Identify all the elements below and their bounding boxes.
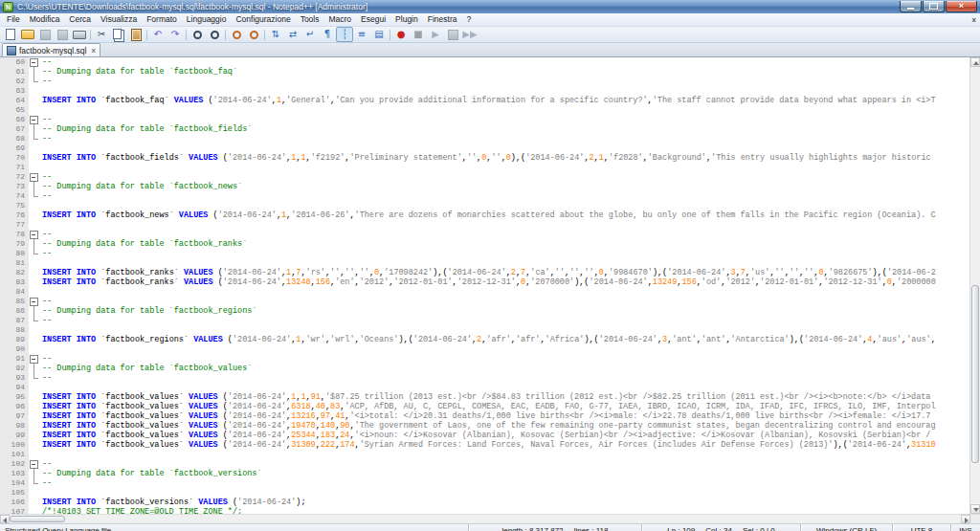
code-text[interactable]: -- bbox=[39, 249, 970, 258]
tab-close-icon[interactable]: x bbox=[91, 47, 95, 55]
editor[interactable]: 60--61-- Dumping data for table `factboo… bbox=[0, 57, 980, 514]
paste-icon[interactable] bbox=[127, 27, 145, 42]
sync-vertical-scroll-icon[interactable]: ⇅ bbox=[267, 27, 284, 42]
menu-item-cerca[interactable]: Cerca bbox=[64, 13, 96, 26]
code-text[interactable] bbox=[39, 144, 970, 153]
code-text[interactable] bbox=[39, 201, 970, 210]
horizontal-scroll-track[interactable] bbox=[10, 515, 961, 523]
save-macro-icon[interactable] bbox=[444, 27, 461, 42]
menu-item-file[interactable]: File bbox=[2, 13, 25, 26]
menu-item-plugin[interactable]: Plugin bbox=[390, 13, 423, 26]
menu-item-finestra[interactable]: Finestra bbox=[423, 13, 462, 26]
code-text[interactable]: -- bbox=[39, 115, 970, 124]
code-text[interactable]: -- Dumping data for table `factbook_news… bbox=[39, 182, 970, 191]
menu-item-formato[interactable]: Formato bbox=[142, 13, 182, 26]
undo-icon[interactable]: ↶ bbox=[149, 27, 167, 42]
record-macro-icon[interactable]: ● bbox=[392, 27, 410, 42]
stop-macro-icon[interactable]: ■ bbox=[410, 27, 427, 42]
code-text[interactable]: INSERT INTO `factbook_fields` VALUES ('2… bbox=[39, 153, 970, 163]
menu-item-visualizza[interactable]: Visualizza bbox=[96, 13, 142, 26]
code-text[interactable]: -- bbox=[39, 134, 970, 144]
save-icon[interactable] bbox=[36, 27, 54, 42]
code-text[interactable] bbox=[39, 105, 970, 115]
code-text[interactable]: INSERT INTO `factbook_regions` VALUES ('… bbox=[39, 335, 970, 344]
code-text[interactable]: -- bbox=[39, 373, 970, 383]
code-text[interactable]: -- bbox=[39, 354, 970, 364]
menu-item-help[interactable]: ? bbox=[461, 13, 476, 26]
function-list-icon[interactable]: ≡ bbox=[353, 27, 370, 42]
minimize-button[interactable] bbox=[900, 1, 922, 12]
fold-collapse-icon[interactable] bbox=[29, 172, 39, 182]
vertical-scroll-thumb[interactable] bbox=[971, 285, 979, 463]
menu-item-linguaggio[interactable]: Linguaggio bbox=[182, 13, 232, 26]
code-text[interactable] bbox=[39, 450, 970, 459]
new-file-icon[interactable] bbox=[2, 27, 19, 42]
fold-collapse-icon[interactable] bbox=[29, 57, 39, 67]
code-text[interactable]: /*!40103 SET TIME_ZONE=@OLD_TIME_ZONE */… bbox=[39, 507, 970, 514]
playback-macro-icon[interactable]: ▶ bbox=[427, 27, 444, 42]
fold-collapse-icon[interactable] bbox=[29, 459, 39, 469]
code-text[interactable]: -- Dumping data for table `factbook_rank… bbox=[39, 239, 970, 249]
document-map-icon[interactable]: ▤ bbox=[370, 27, 388, 42]
zoom-out-icon[interactable] bbox=[245, 27, 262, 42]
code-text[interactable]: INSERT INTO `factbook_values` VALUES ('2… bbox=[39, 431, 970, 440]
scroll-right-arrow[interactable] bbox=[961, 515, 970, 523]
code-text[interactable] bbox=[39, 258, 970, 268]
code-text[interactable] bbox=[39, 325, 970, 335]
indent-guide-icon[interactable]: ┆ bbox=[336, 27, 353, 42]
code-text[interactable] bbox=[39, 86, 970, 96]
code-text[interactable]: INSERT INTO `factbook_values` VALUES ('2… bbox=[39, 440, 970, 450]
code-text[interactable]: INSERT INTO `factbook_values` VALUES ('2… bbox=[39, 402, 970, 411]
close-button[interactable]: × bbox=[946, 1, 977, 12]
fold-collapse-icon[interactable] bbox=[29, 354, 39, 364]
save-all-icon[interactable] bbox=[54, 27, 71, 42]
scroll-left-arrow[interactable] bbox=[0, 515, 10, 523]
horizontal-scroll-thumb[interactable] bbox=[10, 516, 65, 522]
fold-collapse-icon[interactable] bbox=[29, 115, 39, 124]
code-text[interactable] bbox=[39, 488, 970, 498]
code-text[interactable] bbox=[39, 383, 970, 392]
code-text[interactable] bbox=[39, 287, 970, 297]
code-text[interactable]: INSERT INTO `factbook_versions` VALUES (… bbox=[39, 498, 970, 507]
print-icon[interactable] bbox=[71, 27, 88, 42]
menubar-close-icon[interactable]: x bbox=[972, 15, 976, 24]
menu-item-modifica[interactable]: Modifica bbox=[25, 13, 65, 26]
tab-factbook-mysql[interactable]: factbook-mysql.sql x bbox=[2, 43, 100, 56]
zoom-in-icon[interactable] bbox=[228, 27, 245, 42]
code-text[interactable]: -- bbox=[39, 297, 970, 306]
code-text[interactable]: INSERT INTO `factbook_news` VALUES ('201… bbox=[39, 210, 970, 220]
code-text[interactable]: -- Dumping data for table `factbook_vers… bbox=[39, 469, 970, 478]
code-text[interactable]: -- Dumping data for table `factbook_faq` bbox=[39, 67, 970, 77]
menu-item-configurazione[interactable]: Configurazione bbox=[231, 13, 295, 26]
redo-icon[interactable]: ↷ bbox=[167, 27, 184, 42]
code-text[interactable]: -- bbox=[39, 459, 970, 469]
menu-item-tools[interactable]: Tools bbox=[296, 13, 324, 26]
code-text[interactable]: -- bbox=[39, 191, 970, 201]
copy-icon[interactable] bbox=[110, 27, 127, 42]
run-macro-multiple-icon[interactable]: ▶▶ bbox=[461, 27, 479, 42]
code-text[interactable]: INSERT INTO `factbook_values` VALUES ('2… bbox=[39, 421, 970, 431]
code-text[interactable]: INSERT INTO `factbook_faq` VALUES ('2014… bbox=[39, 96, 970, 105]
maximize-button[interactable] bbox=[923, 1, 945, 12]
cut-icon[interactable]: ✂ bbox=[93, 27, 110, 42]
code-text[interactable]: -- Dumping data for table `factbook_fiel… bbox=[39, 124, 970, 134]
code-text[interactable]: INSERT INTO `factbook_values` VALUES ('2… bbox=[39, 411, 970, 421]
code-text[interactable]: -- bbox=[39, 230, 970, 239]
typing-mode-status[interactable]: INS bbox=[951, 524, 980, 531]
vertical-scrollbar[interactable] bbox=[969, 57, 980, 514]
horizontal-scrollbar[interactable] bbox=[0, 514, 980, 523]
code-text[interactable]: -- bbox=[39, 172, 970, 182]
scroll-up-arrow[interactable] bbox=[970, 57, 980, 67]
code-text[interactable]: -- bbox=[39, 478, 970, 488]
sync-horizontal-scroll-icon[interactable]: ⇄ bbox=[284, 27, 301, 42]
menu-item-esegui[interactable]: Esegui bbox=[356, 13, 390, 26]
code-text[interactable]: -- bbox=[39, 316, 970, 325]
fold-collapse-icon[interactable] bbox=[29, 297, 39, 306]
code-text[interactable]: INSERT INTO `factbook_ranks` VALUES ('20… bbox=[39, 268, 970, 277]
open-file-icon[interactable] bbox=[19, 27, 36, 42]
word-wrap-icon[interactable]: ↵ bbox=[301, 27, 319, 42]
menu-item-macro[interactable]: Macro bbox=[323, 13, 356, 26]
code-text[interactable] bbox=[39, 220, 970, 230]
replace-icon[interactable] bbox=[206, 27, 223, 42]
code-text[interactable]: -- bbox=[39, 77, 970, 86]
